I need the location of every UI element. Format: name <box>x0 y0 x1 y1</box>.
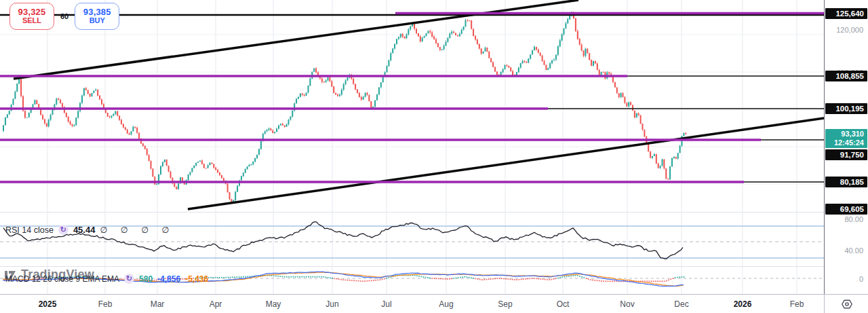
time-axis[interactable]: 2025FebMarAprMayJunJulAugSepOctNovDec202… <box>0 294 868 313</box>
time-axis-label: Feb <box>98 299 113 309</box>
price-level-badge: 125,640 <box>825 8 867 19</box>
price-level-badge: 91,750 <box>825 149 867 160</box>
macd-signal-value: -5,436 <box>185 274 208 284</box>
sell-price: 93,325 <box>18 7 46 17</box>
buy-button[interactable]: 93,385 BUY <box>75 3 119 30</box>
time-axis-label: 2025 <box>39 299 57 309</box>
sell-button[interactable]: 93,325 SELL <box>9 3 54 30</box>
axis-gridline-label: 0 <box>825 274 866 283</box>
macd-indicator-legend: MACD 12 26 close 9 EMA EMA ↻ 580 -4,856 … <box>5 274 208 284</box>
price-level-badge: 69,605 <box>825 204 867 215</box>
price-level-badge: 108,855 <box>825 71 867 81</box>
rsi-empty-values: ∅ ∅ ∅ ∅ <box>100 225 174 235</box>
gridlines <box>0 0 868 294</box>
spread-value: 60 <box>60 12 68 20</box>
time-axis-label: Aug <box>439 299 453 309</box>
price-chart-canvas[interactable] <box>0 0 868 313</box>
sell-label: SELL <box>22 17 41 25</box>
buy-price: 93,385 <box>83 7 111 17</box>
macd-title: MACD 12 26 close 9 EMA EMA <box>5 274 119 284</box>
axis-gridline-label: 120,000 <box>825 25 866 34</box>
time-axis-label: May <box>266 299 281 309</box>
bar-countdown: 12:45:24 <box>825 139 864 147</box>
current-price-badge: 93,31012:45:24 <box>825 129 867 148</box>
buy-label: BUY <box>90 17 105 25</box>
rsi-title: RSI 14 close <box>5 225 54 235</box>
time-axis-label: Dec <box>674 299 688 309</box>
time-axis-label: Jul <box>381 299 391 309</box>
axis-gridline-label: 80.00 <box>825 215 866 223</box>
current-price: 93,310 <box>825 130 864 139</box>
macd-histogram-value: 580 <box>139 274 153 284</box>
time-axis-label: Nov <box>620 299 634 309</box>
rsi-indicator-legend: RSI 14 close ↻ 45.44 ∅ ∅ ∅ ∅ <box>5 225 174 235</box>
time-axis-label: Feb <box>790 299 804 309</box>
trading-chart-app: 93,325 SELL 60 93,385 BUY RSI 14 close ↻… <box>0 0 868 313</box>
settings-icon[interactable] <box>841 298 853 310</box>
time-axis-label: Jun <box>326 299 338 309</box>
price-level-badge: 80,185 <box>825 177 867 187</box>
time-axis-label: 2026 <box>734 299 752 309</box>
price-axis[interactable]: 120,000110,00080.0040.000125,640108,8551… <box>824 0 868 294</box>
refresh-icon[interactable]: ↻ <box>124 274 134 284</box>
rsi-value: 45.44 <box>73 225 96 235</box>
refresh-icon[interactable]: ↻ <box>58 225 68 235</box>
macd-line-value: -4,856 <box>157 274 180 284</box>
time-axis-label: Oct <box>557 299 570 309</box>
axis-gridline-label: 40.00 <box>825 246 866 255</box>
buy-sell-widget: 93,325 SELL 60 93,385 BUY <box>9 3 119 30</box>
time-axis-label: Mar <box>151 299 165 309</box>
axis-divider <box>824 295 825 313</box>
time-axis-label: Apr <box>210 299 222 309</box>
drawn-levels <box>0 0 825 209</box>
price-level-badge: 100,195 <box>825 103 867 114</box>
time-axis-label: Sep <box>498 299 512 309</box>
